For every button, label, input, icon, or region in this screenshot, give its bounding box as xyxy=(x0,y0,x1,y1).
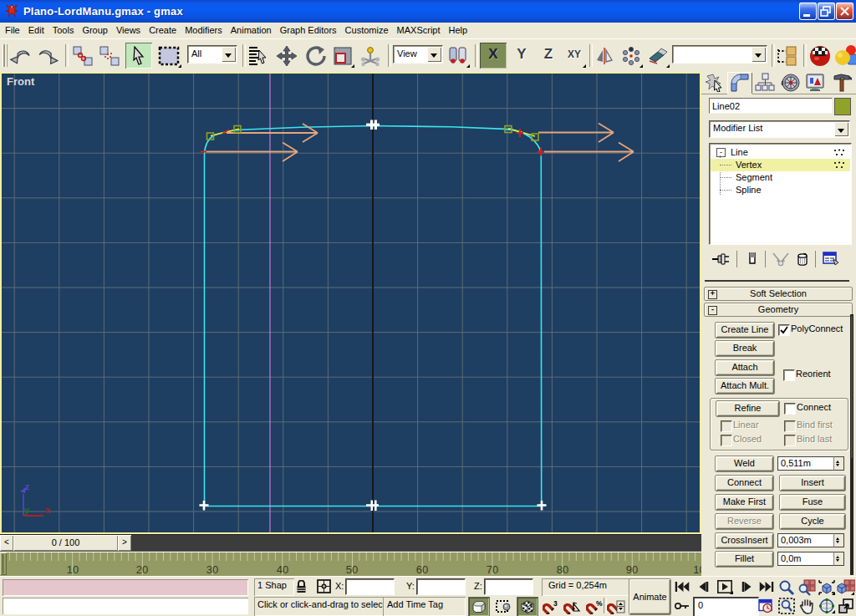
sub-object-selection-toggle[interactable] xyxy=(493,597,515,616)
object-color-swatch[interactable] xyxy=(834,98,851,115)
minimize-button[interactable] xyxy=(799,3,817,20)
menu-customize[interactable]: Customize xyxy=(341,23,393,38)
break-button[interactable]: Break xyxy=(715,340,775,357)
linear-checkbox[interactable] xyxy=(721,420,732,432)
modifier-list-combo[interactable]: Modifier List xyxy=(709,120,850,138)
select-object-button[interactable] xyxy=(125,43,152,69)
pan-button[interactable] xyxy=(797,597,816,614)
bottom-right-vertex[interactable] xyxy=(538,501,547,511)
object-name-field[interactable] xyxy=(709,98,833,114)
menu-help[interactable]: Help xyxy=(445,23,472,38)
cycle-button[interactable]: Cycle xyxy=(779,513,846,530)
select-by-name-button[interactable] xyxy=(246,43,271,69)
current-frame-field[interactable]: 0 xyxy=(693,597,759,616)
region-zoom-button[interactable] xyxy=(777,597,796,614)
selected-top-vertex[interactable] xyxy=(366,120,380,130)
go-to-start-button[interactable] xyxy=(674,578,690,595)
next-frame-button[interactable] xyxy=(739,578,755,595)
menu-edit[interactable]: Edit xyxy=(24,23,48,38)
menu-graph-editors[interactable]: Graph Editors xyxy=(276,23,341,38)
restrict-to-xy-plane-button[interactable]: XY xyxy=(562,43,587,69)
trackbar-handle[interactable] xyxy=(0,552,7,575)
tab-motion[interactable] xyxy=(777,72,802,94)
rollout-geometry[interactable]: - Geometry xyxy=(704,303,853,317)
min-max-toggle-button[interactable] xyxy=(837,597,855,614)
fillet-spinner[interactable]: 0,0m xyxy=(777,552,844,566)
remove-modifier-button[interactable] xyxy=(792,249,813,269)
connect-button[interactable]: Connect xyxy=(715,475,774,491)
crossinsert-spinner[interactable]: 0,003m xyxy=(777,533,844,547)
closed-checkbox[interactable] xyxy=(721,435,732,446)
zoom-extents-button[interactable] xyxy=(818,578,836,596)
go-to-end-button[interactable] xyxy=(758,578,774,595)
arc-rotate-button[interactable] xyxy=(818,597,836,614)
animate-button[interactable]: Animate xyxy=(629,578,671,615)
zoom-button[interactable] xyxy=(777,578,796,596)
key-mode-toggle-button[interactable] xyxy=(674,598,690,614)
bind-first-checkbox[interactable] xyxy=(784,420,796,432)
collapse-box[interactable]: - xyxy=(716,148,726,157)
panel-scrollbar-thumb[interactable] xyxy=(851,316,853,458)
time-configuration-button[interactable] xyxy=(757,598,773,614)
stack-row-spline[interactable]: Spline xyxy=(711,184,850,196)
stack-vertex-label[interactable]: Vertex xyxy=(736,160,762,170)
use-pivot-point-center-button[interactable] xyxy=(446,43,471,69)
menu-tools[interactable]: Tools xyxy=(48,23,79,38)
coord-system-dropdown-button[interactable] xyxy=(427,47,441,62)
configure-modifier-sets-button[interactable] xyxy=(820,249,842,269)
absolute-offset-toggle[interactable] xyxy=(317,579,331,593)
fillet-button[interactable]: Fillet xyxy=(715,551,774,568)
angle-snap-toggle-button[interactable] xyxy=(563,598,582,615)
menu-file[interactable]: File xyxy=(1,23,24,38)
restrict-to-x-button[interactable]: X xyxy=(480,43,507,69)
percent-snap-toggle-button[interactable]: % xyxy=(585,598,604,615)
fillet-value[interactable]: 0,0m xyxy=(777,552,835,566)
make-first-button[interactable]: Make First xyxy=(715,494,774,511)
attach-button[interactable]: Attach xyxy=(715,359,775,376)
menu-maxscript[interactable]: MAXScript xyxy=(393,23,445,38)
polyconnect-checkbox[interactable] xyxy=(778,324,790,336)
viewport-canvas[interactable]: x y z Front xyxy=(2,74,700,532)
maxscript-mini-listener-input[interactable] xyxy=(3,598,248,614)
previous-frame-button[interactable] xyxy=(695,578,711,595)
viewport-front[interactable]: x y z Front xyxy=(0,72,701,534)
align-button[interactable] xyxy=(645,43,670,69)
stack-segment-label[interactable]: Segment xyxy=(736,172,772,182)
zoom-all-button[interactable] xyxy=(797,578,816,596)
pin-stack-button[interactable] xyxy=(710,249,731,269)
select-and-link-button[interactable] xyxy=(70,43,95,69)
menu-group[interactable]: Group xyxy=(78,23,112,38)
restrict-to-z-button[interactable]: Z xyxy=(536,43,561,69)
tab-utilities[interactable] xyxy=(828,72,856,94)
mirror-button[interactable] xyxy=(593,43,616,69)
menu-modifiers[interactable]: Modifiers xyxy=(181,23,227,38)
spinner-buttons[interactable] xyxy=(833,533,844,547)
play-animation-button[interactable] xyxy=(716,578,734,595)
schematic-view-button[interactable] xyxy=(775,43,800,69)
time-slider-next-button[interactable]: > xyxy=(118,535,131,551)
close-button[interactable] xyxy=(836,3,853,20)
make-unique-button[interactable] xyxy=(770,249,792,269)
degradation-override-toggle[interactable] xyxy=(468,597,490,616)
undo-button[interactable] xyxy=(8,43,33,69)
named-selection-dropdown-button[interactable] xyxy=(752,47,766,62)
window-crossing-toggle[interactable] xyxy=(517,597,538,616)
bottom-center-vertex[interactable] xyxy=(366,501,379,512)
selection-filter-combo[interactable]: All xyxy=(187,45,237,64)
toolbar-grip[interactable] xyxy=(1,44,8,67)
stack-row-segment[interactable]: Segment xyxy=(711,171,850,184)
unlink-selection-button[interactable] xyxy=(97,43,122,69)
restore-button[interactable] xyxy=(818,3,835,20)
tab-modify[interactable] xyxy=(727,72,752,94)
tab-hierarchy[interactable] xyxy=(752,72,777,94)
stack-row-line[interactable]: - Line xyxy=(711,146,850,159)
selection-filter-dropdown-button[interactable] xyxy=(222,47,236,62)
crossinsert-button[interactable]: CrossInsert xyxy=(715,532,774,549)
stack-spline-label[interactable]: Spline xyxy=(736,185,762,195)
create-line-button[interactable]: Create Line xyxy=(715,322,775,339)
track-bar[interactable]: 10 20 30 40 50 60 70 80 90 100 xyxy=(0,552,701,578)
redo-button[interactable] xyxy=(35,43,60,69)
select-and-manipulate-button[interactable] xyxy=(358,43,383,69)
attach-mult-button[interactable]: Attach Mult. xyxy=(715,378,775,395)
time-slider-handle[interactable]: 0 / 100 xyxy=(13,535,118,551)
